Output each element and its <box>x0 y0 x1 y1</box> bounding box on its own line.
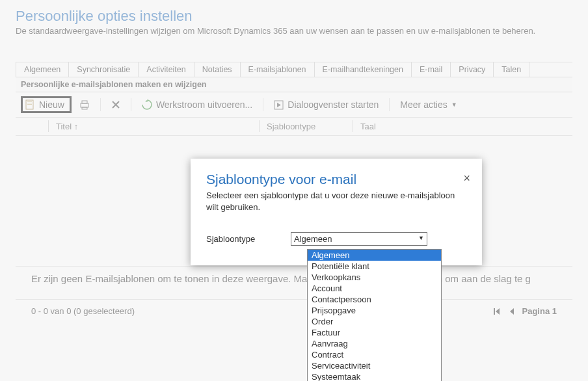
dropdown-option[interactable]: Serviceactiviteit <box>308 360 441 371</box>
more-actions-label: Meer acties <box>400 99 447 110</box>
run-workflow-button[interactable]: Werkstroom uitvoeren... <box>138 98 256 111</box>
dropdown-option[interactable]: Contract <box>308 349 441 360</box>
separator <box>263 98 263 111</box>
pager-status: 0 - 0 van 0 (0 geselecteerd) <box>31 306 135 316</box>
dropdown-option[interactable]: Prijsopgave <box>308 305 441 316</box>
column-language[interactable]: Taal <box>353 122 384 131</box>
dropdown-option[interactable]: Factuur <box>308 327 441 338</box>
grid-headers: Titel ↑ Sjabloontype Taal <box>16 118 572 136</box>
pager: 0 - 0 van 0 (0 geselecteerd) Pagina 1 <box>16 300 572 322</box>
print-icon <box>79 100 90 110</box>
first-page-icon[interactable] <box>492 307 501 316</box>
svg-rect-2 <box>27 103 32 103</box>
separator <box>389 98 390 111</box>
tab-activiteiten[interactable]: Activiteiten <box>139 62 194 77</box>
separator <box>100 98 101 111</box>
start-dialog-button[interactable]: Dialoogvenster starten <box>270 98 382 111</box>
new-button-label: Nieuw <box>39 99 64 110</box>
grid-empty-message: Er zijn geen E-mailsjablonen om te tonen… <box>16 266 572 300</box>
tab-algemeen[interactable]: Algemeen <box>16 62 69 77</box>
toolbar: Nieuw Werkstroom uitvoeren... Dialoogven… <box>16 92 572 118</box>
dropdown-option[interactable]: Verkoopkans <box>308 272 441 283</box>
page-title: Persoonlijke opties instellen <box>16 8 572 25</box>
dropdown-option[interactable]: Order <box>308 316 441 327</box>
tab-notaties[interactable]: Notaties <box>194 62 241 77</box>
delete-icon <box>111 100 120 109</box>
refresh-icon <box>142 99 152 110</box>
dialog-description: Selecteer een sjabloontype dat u voor de… <box>206 190 466 213</box>
template-type-dropdown[interactable]: AlgemeenPotentiële klantVerkoopkansAccou… <box>307 249 442 381</box>
svg-rect-4 <box>81 103 88 107</box>
prev-page-icon[interactable] <box>508 307 516 316</box>
section-title: Persoonlijke e-mailsjablonen maken en wi… <box>16 77 572 92</box>
svg-rect-6 <box>82 107 87 109</box>
document-icon <box>25 99 35 110</box>
tab-e-mailsjablonen[interactable]: E-mailsjablonen <box>241 62 315 77</box>
pager-page-label: Pagina 1 <box>522 306 557 316</box>
dropdown-option[interactable]: Aanvraag <box>308 338 441 349</box>
chevron-down-icon: ▼ <box>451 101 457 108</box>
play-icon <box>274 100 284 110</box>
more-actions-button[interactable]: Meer acties ▼ <box>396 98 461 111</box>
close-icon[interactable]: × <box>463 172 470 185</box>
run-workflow-label: Werkstroom uitvoeren... <box>156 99 252 110</box>
tab-synchronisatie[interactable]: Synchronisatie <box>69 62 139 77</box>
start-dialog-label: Dialoogvenster starten <box>287 99 379 110</box>
template-type-select[interactable]: Algemeen ▼ <box>291 232 427 246</box>
print-button[interactable] <box>75 99 94 111</box>
dropdown-option[interactable]: Potentiële klant <box>308 261 441 272</box>
delete-button[interactable] <box>107 99 124 111</box>
tab-talen[interactable]: Talen <box>494 62 529 77</box>
column-type[interactable]: Sjabloontype <box>259 122 353 131</box>
dialog-title: Sjabloontype voor e-mail <box>206 172 466 187</box>
template-type-selected-value: Algemeen <box>294 234 332 244</box>
separator <box>131 98 131 111</box>
chevron-down-icon: ▼ <box>418 235 424 241</box>
page-description: De standaardweergave-instellingen wijzig… <box>16 26 572 36</box>
tab-e-mail[interactable]: E-mail <box>412 62 451 77</box>
svg-rect-1 <box>27 101 32 102</box>
dropdown-option[interactable]: Algemeen <box>308 250 441 261</box>
dropdown-option[interactable]: Contactpersoon <box>308 294 441 305</box>
svg-rect-5 <box>82 101 87 103</box>
dropdown-option[interactable]: Systeemtaak <box>308 371 441 381</box>
tab-privacy[interactable]: Privacy <box>451 62 494 77</box>
tabs-bar: AlgemeenSynchronisatieActiviteitenNotati… <box>16 62 572 77</box>
dropdown-option[interactable]: Account <box>308 283 441 294</box>
column-title[interactable]: Titel ↑ <box>48 122 259 131</box>
svg-rect-3 <box>27 104 32 105</box>
new-button[interactable]: Nieuw <box>21 96 72 113</box>
template-type-label: Sjabloontype <box>206 234 278 244</box>
tab-e-mailhandtekeningen[interactable]: E-mailhandtekeningen <box>315 62 412 77</box>
